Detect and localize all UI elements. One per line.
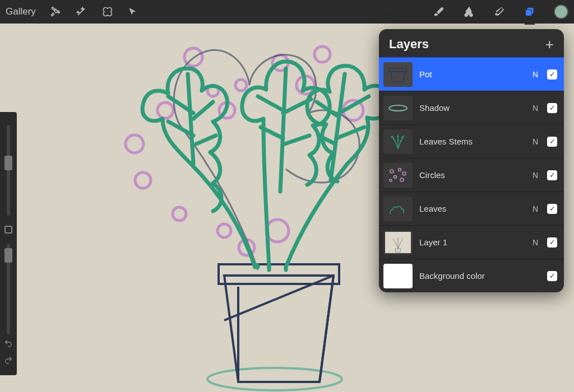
svg-point-44 (400, 178, 404, 181)
svg-point-45 (390, 179, 392, 181)
add-layer-button[interactable]: + (545, 37, 554, 52)
arrow-transform-icon[interactable] (127, 6, 139, 18)
layer-thumbnail (383, 129, 413, 154)
layers-title: Layers (389, 37, 429, 52)
layer-row[interactable]: Leaves StemsN✓ (379, 124, 564, 158)
layers-panel: Layers + PotN✓ShadowN✓Leaves StemsN✓Circ… (379, 29, 564, 292)
layer-name-label: Pot (419, 69, 524, 79)
layer-row[interactable]: PotN✓ (379, 57, 564, 91)
smudge-icon[interactable] (463, 6, 475, 18)
modifier-button[interactable] (4, 226, 12, 234)
toolbar-left-group: Gallery (6, 6, 139, 18)
layer-blend-mode[interactable]: N (530, 70, 540, 79)
gallery-button[interactable]: Gallery (6, 6, 36, 17)
side-slider-bar (0, 112, 17, 375)
layer-name-label: Leaves Stems (419, 137, 524, 146)
svg-point-42 (402, 172, 406, 175)
svg-point-43 (394, 175, 397, 178)
redo-icon[interactable] (4, 356, 13, 367)
layer-thumbnail (383, 197, 413, 221)
eraser-icon[interactable] (493, 6, 506, 18)
layer-row[interactable]: LeavesN✓ (379, 192, 564, 225)
layer-visibility-checkbox[interactable]: ✓ (547, 237, 557, 248)
layer-visibility-checkbox[interactable]: ✓ (547, 69, 557, 80)
undo-redo-group (4, 339, 13, 367)
layer-thumbnail (383, 62, 413, 87)
svg-rect-38 (390, 68, 406, 72)
layer-thumbnail (383, 163, 413, 188)
layers-icon[interactable] (524, 6, 536, 18)
svg-point-40 (390, 170, 394, 173)
layer-name-label: Layer 1 (419, 237, 524, 247)
layer-thumbnail (383, 96, 413, 120)
svg-point-41 (399, 168, 401, 171)
svg-rect-1 (526, 10, 532, 16)
svg-point-39 (389, 105, 407, 111)
layer-visibility-checkbox[interactable]: ✓ (547, 170, 557, 180)
layer-blend-mode[interactable]: N (530, 238, 540, 247)
layer-blend-mode[interactable]: N (530, 204, 540, 213)
selection-icon[interactable] (101, 6, 113, 18)
opacity-slider[interactable] (7, 244, 10, 334)
brush-icon[interactable] (433, 6, 445, 18)
layer-visibility-checkbox[interactable]: ✓ (547, 204, 557, 214)
layer-visibility-checkbox[interactable]: ✓ (547, 137, 557, 147)
magic-wand-icon[interactable] (75, 6, 87, 18)
layer-name-label: Shadow (419, 103, 524, 113)
layer-thumbnail (383, 264, 413, 288)
layer-row[interactable]: Layer 1N✓ (379, 225, 564, 259)
layer-visibility-checkbox[interactable]: ✓ (547, 103, 557, 113)
layer-name-label: Background color (419, 271, 524, 281)
layer-blend-mode[interactable]: N (530, 104, 540, 113)
layers-list: PotN✓ShadowN✓Leaves StemsN✓CirclesN✓Leav… (379, 57, 564, 292)
wrench-icon[interactable] (49, 6, 62, 18)
undo-icon[interactable] (4, 339, 13, 350)
layer-visibility-checkbox[interactable]: ✓ (547, 271, 557, 281)
layer-row[interactable]: CirclesN✓ (379, 158, 564, 192)
layer-name-label: Leaves (419, 204, 524, 213)
layer-blend-mode[interactable]: N (530, 171, 540, 180)
brush-size-slider[interactable] (7, 125, 10, 216)
layer-thumbnail (383, 230, 413, 255)
toolbar-right-group (433, 4, 568, 19)
layer-name-label: Circles (419, 170, 524, 180)
layer-row[interactable]: Background color✓ (379, 259, 564, 292)
layers-header: Layers + (379, 29, 564, 57)
opacity-handle[interactable] (4, 248, 12, 263)
color-swatch[interactable] (554, 4, 568, 19)
layer-blend-mode[interactable]: N (530, 137, 540, 146)
layer-row[interactable]: ShadowN✓ (379, 91, 564, 124)
brush-size-handle[interactable] (4, 156, 12, 170)
top-toolbar: Gallery (0, 0, 574, 24)
